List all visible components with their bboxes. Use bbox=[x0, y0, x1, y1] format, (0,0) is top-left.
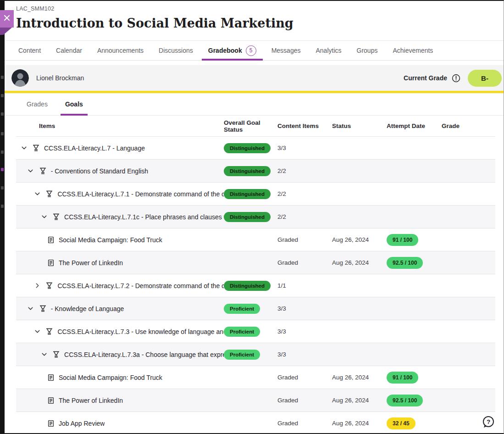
nav-tab-label: Announcements bbox=[97, 47, 144, 54]
goal-row[interactable]: - Knowledge of Language Proficient 3/3 bbox=[16, 297, 495, 320]
nav-tab-achievements[interactable]: Achievements bbox=[390, 41, 435, 60]
chevron-down-icon[interactable] bbox=[40, 351, 48, 359]
avatar[interactable] bbox=[11, 69, 29, 87]
nav-tab-gradebook[interactable]: Gradebook 5 bbox=[206, 41, 259, 60]
info-icon[interactable] bbox=[452, 74, 460, 83]
chevron-down-icon[interactable] bbox=[40, 213, 48, 221]
chevron-down-icon[interactable] bbox=[33, 328, 41, 336]
content-item-row[interactable]: Job App Review Graded Aug 26, 2024 32 / … bbox=[16, 412, 495, 434]
grade-pill[interactable]: 32 / 45 bbox=[387, 417, 415, 429]
row-label: CCSS.ELA-Literacy.L.7.1 - Demonstrate co… bbox=[57, 190, 224, 198]
column-header-content-items: Content Items bbox=[277, 122, 332, 129]
row-name-cell: CCSS.ELA-Literacy.L.7.1 - Demonstrate co… bbox=[16, 190, 224, 198]
goal-row[interactable]: - Conventions of Standard English Distin… bbox=[16, 159, 495, 182]
goal-row[interactable]: CCSS.ELA-Literacy.L.7.2 - Demonstrate co… bbox=[16, 274, 495, 297]
goal-trophy-icon bbox=[52, 351, 60, 358]
nav-tab-analytics[interactable]: Analytics bbox=[313, 41, 343, 60]
close-icon bbox=[4, 15, 10, 23]
row-label: CCSS.ELA-Literacy.L.7.1c - Place phrases… bbox=[64, 213, 224, 221]
content-items-count: 3/3 bbox=[277, 351, 332, 358]
grade-pill[interactable]: 91 / 100 bbox=[387, 372, 418, 384]
hidden-nav-icon bbox=[1, 132, 4, 135]
attempt-date: Aug 26, 2024 bbox=[332, 420, 387, 427]
attempt-status: Graded bbox=[277, 236, 332, 243]
document-icon bbox=[47, 374, 55, 381]
help-button[interactable]: ? bbox=[481, 415, 496, 429]
grade-pill[interactable]: 92.5 / 100 bbox=[387, 257, 423, 269]
goal-trophy-icon bbox=[32, 144, 40, 152]
row-name-cell: - Conventions of Standard English bbox=[16, 167, 224, 175]
hidden-nav-icon-active bbox=[1, 168, 4, 171]
content-item-row[interactable]: The Power of LinkedIn Graded Aug 26, 202… bbox=[16, 251, 495, 274]
chevron-down-icon[interactable] bbox=[33, 190, 41, 198]
goal-row[interactable]: CCSS.ELA-Literacy.L.7.1 - Demonstrate co… bbox=[16, 182, 495, 205]
goal-row[interactable]: CCSS.ELA-Literacy.L.7 - Language Disting… bbox=[16, 136, 495, 159]
current-grade-pill[interactable]: B- bbox=[468, 70, 502, 87]
grade-pill[interactable]: 91 / 100 bbox=[387, 234, 418, 246]
attempt-date: Aug 26, 2024 bbox=[332, 374, 387, 381]
attempt-status: Graded bbox=[277, 374, 332, 381]
goal-status-badge: Proficient bbox=[224, 327, 260, 337]
content-item-row[interactable]: Social Media Campaign: Food Truck Graded… bbox=[16, 228, 495, 251]
row-label: CCSS.ELA-Literacy.L.7 - Language bbox=[44, 145, 145, 152]
nav-tab-messages[interactable]: Messages bbox=[269, 41, 303, 60]
column-header-overall-goal-status: Overall Goal Status bbox=[224, 119, 277, 133]
document-icon bbox=[47, 259, 55, 267]
tab-grades[interactable]: Grades bbox=[22, 93, 52, 115]
nav-tab-label: Gradebook bbox=[208, 47, 242, 54]
hidden-nav-icon bbox=[1, 150, 4, 154]
goal-trophy-icon bbox=[39, 305, 47, 312]
goal-row[interactable]: CCSS.ELA-Literacy.L.7.3 - Use knowledge … bbox=[16, 320, 495, 343]
question-bubble-icon: ? bbox=[481, 423, 496, 431]
svg-text:?: ? bbox=[487, 418, 490, 425]
row-name-cell: CCSS.ELA-Literacy.L.7.2 - Demonstrate co… bbox=[16, 282, 224, 290]
goals-table-body: CCSS.ELA-Literacy.L.7 - Language Disting… bbox=[16, 136, 495, 433]
row-name-cell: The Power of LinkedIn bbox=[16, 259, 224, 267]
content-item-row[interactable]: The Power of LinkedIn Graded Aug 26, 202… bbox=[16, 389, 495, 412]
content-items-count: 1/1 bbox=[277, 282, 332, 289]
nav-tab-label: Analytics bbox=[316, 47, 341, 54]
column-header-status: Status bbox=[332, 122, 387, 129]
row-label: CCSS.ELA-Literacy.L.7.2 - Demonstrate co… bbox=[57, 282, 224, 289]
row-name-cell: Social Media Campaign: Food Truck bbox=[16, 374, 224, 381]
chevron-down-icon[interactable] bbox=[27, 167, 35, 175]
hidden-nav-icon bbox=[1, 205, 4, 208]
page-title: Introduction to Social Media Marketing bbox=[16, 16, 494, 30]
nav-tab-announcements[interactable]: Announcements bbox=[95, 41, 146, 60]
row-label: - Conventions of Standard English bbox=[51, 167, 148, 175]
column-header-grade: Grade bbox=[442, 122, 495, 129]
nav-tab-label: Messages bbox=[271, 47, 301, 54]
document-icon bbox=[47, 236, 55, 244]
goal-trophy-icon bbox=[45, 190, 53, 198]
hidden-nav-icon bbox=[1, 112, 4, 116]
chevron-down-icon[interactable] bbox=[20, 144, 28, 152]
nav-tab-label: Content bbox=[18, 47, 41, 54]
row-name-cell: The Power of LinkedIn bbox=[16, 397, 224, 404]
grade-pill[interactable]: 92.5 / 100 bbox=[387, 395, 423, 406]
row-label: The Power of LinkedIn bbox=[59, 259, 123, 267]
goal-row[interactable]: CCSS.ELA-Literacy.L.7.3a - Choose langua… bbox=[16, 343, 495, 366]
goal-trophy-icon bbox=[45, 282, 53, 289]
row-name-cell: CCSS.ELA-Literacy.L.7.3 - Use knowledge … bbox=[16, 328, 224, 336]
row-label: CCSS.ELA-Literacy.L.7.3 - Use knowledge … bbox=[57, 328, 224, 335]
tab-grades-label: Grades bbox=[27, 100, 48, 108]
chevron-right-icon[interactable] bbox=[33, 282, 41, 290]
nav-tab-discussions[interactable]: Discussions bbox=[156, 41, 195, 60]
chevron-down-icon[interactable] bbox=[27, 305, 35, 313]
goal-row[interactable]: CCSS.ELA-Literacy.L.7.1c - Place phrases… bbox=[16, 205, 495, 228]
row-name-cell: Social Media Campaign: Food Truck bbox=[16, 236, 224, 244]
content-item-row[interactable]: Social Media Campaign: Food Truck Graded… bbox=[16, 366, 495, 389]
nav-tab-content[interactable]: Content bbox=[16, 41, 43, 60]
collapsed-base-nav[interactable] bbox=[0, 1, 5, 433]
nav-tab-groups[interactable]: Groups bbox=[354, 41, 380, 60]
nav-tab-calendar[interactable]: Calendar bbox=[54, 41, 84, 60]
document-icon bbox=[47, 397, 55, 404]
row-label: - Knowledge of Language bbox=[51, 305, 124, 312]
tab-goals[interactable]: Goals bbox=[61, 93, 88, 115]
gradebook-subtabs: Grades Goals bbox=[5, 93, 504, 116]
row-name-cell: - Knowledge of Language bbox=[16, 305, 224, 313]
document-icon bbox=[47, 420, 55, 427]
goal-trophy-icon bbox=[45, 328, 53, 335]
tab-goals-label: Goals bbox=[65, 100, 83, 108]
close-panel-button[interactable] bbox=[0, 10, 14, 28]
